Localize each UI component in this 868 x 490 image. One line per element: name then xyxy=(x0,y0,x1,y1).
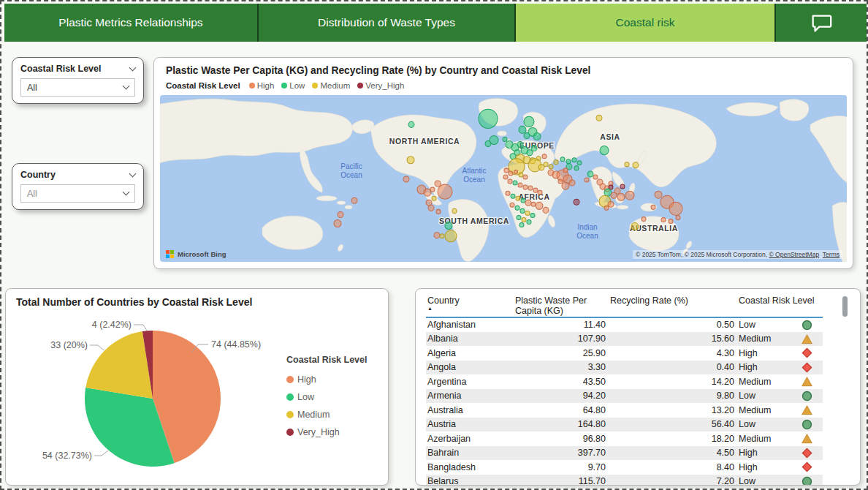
map-bubble[interactable] xyxy=(562,182,569,189)
chevron-down-icon[interactable] xyxy=(129,64,137,71)
map-bubble[interactable] xyxy=(669,219,673,223)
map-bubble[interactable] xyxy=(504,168,509,173)
tab-distribution-of-waste-types[interactable]: Distribution of Waste Types xyxy=(259,4,516,42)
map-bubble[interactable] xyxy=(524,116,534,127)
map-bubble[interactable] xyxy=(569,180,575,186)
pie-slice-medium[interactable] xyxy=(85,331,153,399)
map-bubble[interactable] xyxy=(585,178,589,182)
terms-link[interactable]: Terms xyxy=(823,251,840,258)
map-bubble[interactable] xyxy=(338,211,343,217)
map-bubble[interactable] xyxy=(434,233,440,238)
map-bubble[interactable] xyxy=(543,207,549,213)
map-bubble[interactable] xyxy=(521,198,525,203)
map-legend-item-medium[interactable]: Medium xyxy=(312,81,350,90)
table-row-bangladesh[interactable]: Bangladesh9.708.40High xyxy=(426,460,823,475)
map-bubble[interactable] xyxy=(574,199,579,205)
table-row-albania[interactable]: Albania107.9015.60Medium xyxy=(426,332,823,347)
map-bubble[interactable] xyxy=(424,189,431,196)
map-bubble[interactable] xyxy=(428,205,434,211)
world-map[interactable]: NORTH AMERICAEUROPEASIAAFRICASOUTH AMERI… xyxy=(160,95,847,262)
map-bubble[interactable] xyxy=(593,175,598,179)
comments-button[interactable] xyxy=(776,4,867,42)
map-bubble[interactable] xyxy=(452,208,457,213)
map-bubble[interactable] xyxy=(528,186,533,190)
table-row-bahrain[interactable]: Bahrain397.704.50High xyxy=(426,446,823,461)
map-bubble[interactable] xyxy=(608,201,614,207)
map-bubble[interactable] xyxy=(440,234,444,238)
map-bubble[interactable] xyxy=(430,187,435,192)
table-row-afghanistan[interactable]: Afghanistan11.400.50Low xyxy=(426,317,823,332)
map-bubble[interactable] xyxy=(436,209,441,214)
map-bubble[interactable] xyxy=(536,202,543,209)
map-bubble[interactable] xyxy=(572,158,576,162)
map-bubble[interactable] xyxy=(515,206,519,210)
map-legend-item-very-high[interactable]: Very_High xyxy=(357,81,404,90)
table-row-argentina[interactable]: Argentina43.5014.20Medium xyxy=(426,374,823,389)
map-bubble[interactable] xyxy=(611,192,617,198)
map-bubble[interactable] xyxy=(517,215,521,219)
map-bubble[interactable] xyxy=(642,216,646,221)
map-bubble[interactable] xyxy=(527,219,531,224)
map-bubble[interactable] xyxy=(445,230,457,242)
map-bubble[interactable] xyxy=(577,161,582,165)
map-bubble[interactable] xyxy=(479,109,498,128)
map-bubble[interactable] xyxy=(563,168,568,173)
chevron-down-icon[interactable] xyxy=(129,170,137,177)
map-bubble[interactable] xyxy=(558,179,563,184)
map-bubble[interactable] xyxy=(633,162,639,168)
column-header-coastal-risk-level[interactable]: Coastal Risk Level xyxy=(737,293,823,317)
map-bubble[interactable] xyxy=(522,217,526,222)
map-bubble[interactable] xyxy=(596,115,602,121)
map-bubble[interactable] xyxy=(527,150,533,156)
map-bubble[interactable] xyxy=(566,159,571,164)
map-bubble[interactable] xyxy=(625,191,634,200)
map-bubble[interactable] xyxy=(530,213,535,217)
map-bubble[interactable] xyxy=(516,196,520,200)
map-bubble[interactable] xyxy=(538,190,542,195)
pie-legend-item-medium[interactable]: Medium xyxy=(286,406,383,423)
map-bubble[interactable] xyxy=(655,191,662,198)
map-bubble[interactable] xyxy=(525,200,531,206)
map-bubble[interactable] xyxy=(604,206,609,210)
map-bubble[interactable] xyxy=(669,202,682,215)
map-bubble[interactable] xyxy=(651,205,655,209)
map-bubble[interactable] xyxy=(531,146,537,151)
pie-legend-item-low[interactable]: Low xyxy=(286,388,383,406)
map-bubble[interactable] xyxy=(408,121,414,127)
map-bubble[interactable] xyxy=(407,157,414,164)
table-row-austria[interactable]: Austria164.8056.40Low xyxy=(426,418,823,432)
pie-legend-item-very-high[interactable]: Very_High xyxy=(286,423,383,441)
table-row-armenia[interactable]: Armenia94.209.80Low xyxy=(426,389,823,404)
map-bubble[interactable] xyxy=(560,157,565,162)
map-bubble[interactable] xyxy=(435,181,441,186)
map-bubble[interactable] xyxy=(544,162,548,167)
map-bubble[interactable] xyxy=(631,223,639,230)
map-bubble[interactable] xyxy=(508,179,512,184)
table-row-angola[interactable]: Angola3.300.40High xyxy=(426,361,823,375)
pie-legend-item-high[interactable]: High xyxy=(286,371,383,388)
map-bubble[interactable] xyxy=(503,137,507,142)
map-bubble[interactable] xyxy=(533,132,541,140)
map-bubble[interactable] xyxy=(604,189,612,196)
map-bubble[interactable] xyxy=(485,141,491,147)
coastal-risk-level-dropdown[interactable]: All xyxy=(20,78,135,97)
column-header-plastic-waste[interactable]: Plastic Waste Per Capita (KG) xyxy=(514,293,609,317)
map-bubble[interactable] xyxy=(432,196,436,200)
map-bubble[interactable] xyxy=(524,132,530,138)
map-bubble[interactable] xyxy=(519,223,524,227)
map-bubble[interactable] xyxy=(549,165,553,169)
map-bubble[interactable] xyxy=(587,171,593,177)
map-bubble[interactable] xyxy=(518,183,522,187)
map-bubble[interactable] xyxy=(510,203,514,207)
map-bubble[interactable] xyxy=(617,193,625,200)
map-bubble[interactable] xyxy=(438,184,452,199)
tab-plastic-metrics-relationships[interactable]: Plastic Metrics Relationships xyxy=(4,4,259,42)
map-legend-item-high[interactable]: High xyxy=(249,81,275,90)
map-legend-item-low[interactable]: Low xyxy=(281,81,305,90)
map-bubble[interactable] xyxy=(525,211,530,215)
map-bubble[interactable] xyxy=(403,176,409,182)
map-bubble[interactable] xyxy=(334,219,341,227)
map-bubble[interactable] xyxy=(519,173,523,177)
map-bubble[interactable] xyxy=(531,202,536,206)
country-dropdown[interactable]: All xyxy=(20,184,135,203)
